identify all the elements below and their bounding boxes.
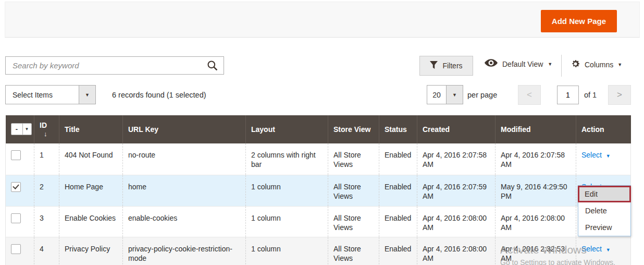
chevron-down-icon: ▼ [452, 92, 457, 98]
filters-button[interactable]: Filters [419, 56, 473, 76]
cell-modified: Apr 4, 2016 2:32:53 AM [496, 237, 576, 265]
cell-layout: 1 column [246, 237, 328, 265]
chevron-down-icon: ▼ [85, 92, 90, 98]
keyword-search [5, 56, 224, 75]
cell-modified: May 9, 2016 4:29:50 PM [496, 175, 576, 206]
page-header-bar: Add New Page [5, 2, 640, 38]
cell-status: Enabled [379, 175, 417, 206]
select-all-dropdown[interactable]: - ▼ [11, 123, 32, 135]
cell-created: Apr 4, 2016 2:07:58 AM [417, 143, 496, 175]
cell-modified: Apr 4, 2016 2:08:00 AM [496, 206, 576, 237]
cell-layout: 1 column [246, 175, 328, 206]
table-row: 1 404 Not Found no-route 2 columns with … [6, 143, 631, 175]
cell-layout: 2 columns with right bar [246, 143, 328, 175]
menu-item-preview[interactable]: Preview [578, 219, 630, 236]
sort-descending-icon: ↓ [44, 130, 47, 138]
cell-store-view: All Store Views [328, 143, 379, 175]
chevron-right-icon: > [617, 90, 622, 100]
menu-item-edit[interactable]: Edit [578, 186, 631, 202]
indeterminate-checkbox-icon: - [11, 124, 23, 135]
row-select-action[interactable]: Select ▼ [581, 245, 611, 253]
column-header-status[interactable]: Status [379, 115, 417, 143]
cell-url-key: privacy-policy-cookie-restriction-mode [123, 237, 246, 265]
current-page-input[interactable] [557, 86, 579, 104]
previous-page-button[interactable]: < [518, 85, 541, 105]
cell-created: Apr 4, 2016 2:08:00 AM [417, 206, 496, 237]
row-checkbox[interactable] [11, 150, 21, 160]
chevron-down-icon: ▼ [606, 153, 611, 159]
menu-item-delete[interactable]: Delete [578, 202, 630, 219]
cms-pages-grid-page: Add New Page Filters Default View ▼ [0, 0, 644, 265]
table-header-row: - ▼ ID ↓ Title URL Key Layout Store View… [6, 115, 631, 143]
table-row: 2 Home Page home 1 column All Store View… [6, 175, 631, 206]
column-header-url-key[interactable]: URL Key [123, 115, 246, 143]
cell-id: 1 [34, 143, 59, 175]
cell-status: Enabled [379, 237, 417, 265]
cms-pages-table: - ▼ ID ↓ Title URL Key Layout Store View… [5, 115, 630, 265]
per-page-arrow-button[interactable]: ▼ [446, 85, 463, 104]
cell-status: Enabled [379, 143, 417, 175]
cell-layout: 1 column [246, 206, 328, 237]
row-action-menu: Edit Delete Preview [578, 185, 631, 236]
cell-title: 404 Not Found [59, 143, 123, 175]
per-page-dropdown[interactable]: 20 ▼ [427, 85, 463, 104]
table-row: 4 Privacy Policy privacy-policy-cookie-r… [6, 237, 631, 265]
cell-modified: Apr 4, 2016 2:07:58 AM [496, 143, 576, 175]
row-checkbox[interactable] [11, 244, 21, 254]
cell-created: Apr 4, 2016 2:07:59 AM [417, 175, 496, 206]
mass-actions-label: Select Items [5, 85, 79, 104]
mass-actions-arrow-button[interactable]: ▼ [79, 85, 96, 104]
filters-label: Filters [442, 62, 462, 70]
row-select-action[interactable]: Select ▼ [581, 151, 611, 159]
cell-title: Privacy Policy [59, 237, 123, 265]
per-page-label: per page [467, 85, 497, 104]
cell-status: Enabled [379, 206, 417, 237]
next-page-button[interactable]: > [608, 85, 631, 105]
cell-created: Apr 4, 2016 2:08:00 AM [417, 237, 496, 265]
add-new-page-button[interactable]: Add New Page [541, 10, 617, 32]
column-header-title[interactable]: Title [59, 115, 123, 143]
column-header-store-view[interactable]: Store View [328, 115, 379, 143]
select-all-header: - ▼ [6, 115, 34, 143]
search-icon[interactable] [207, 60, 218, 73]
table-row: 3 Enable Cookies enable-cookies 1 column… [6, 206, 631, 237]
filter-funnel-icon [430, 61, 438, 70]
column-header-created[interactable]: Created [417, 115, 496, 143]
column-header-layout[interactable]: Layout [246, 115, 328, 143]
eye-icon [485, 59, 498, 69]
cell-title: Enable Cookies [59, 206, 123, 237]
cell-title: Home Page [59, 175, 123, 206]
chevron-down-icon: ▼ [617, 62, 622, 67]
row-checkbox[interactable] [11, 182, 21, 192]
column-header-modified[interactable]: Modified [496, 115, 576, 143]
toolbar-divider [561, 55, 562, 77]
chevron-down-icon: ▼ [548, 62, 552, 67]
records-summary: 6 records found (1 selected) [112, 85, 206, 104]
cell-url-key: no-route [123, 143, 246, 175]
mass-actions-dropdown[interactable]: Select Items ▼ [5, 85, 96, 104]
cell-store-view: All Store Views [328, 206, 379, 237]
columns-selector[interactable]: Columns ▼ [571, 59, 622, 70]
column-header-id[interactable]: ID ↓ [34, 115, 59, 143]
gear-icon [571, 59, 580, 70]
search-input[interactable] [5, 56, 224, 75]
per-page-value: 20 [427, 85, 446, 104]
chevron-left-icon: < [527, 90, 532, 100]
cell-id: 4 [34, 237, 59, 265]
total-pages-label: of 1 [584, 85, 597, 104]
chevron-down-icon: ▼ [23, 124, 31, 135]
chevron-down-icon: ▼ [606, 247, 611, 252]
view-selector[interactable]: Default View ▼ [485, 59, 552, 69]
cell-store-view: All Store Views [328, 237, 379, 265]
columns-selector-label: Columns [585, 61, 613, 69]
view-selector-label: Default View [502, 60, 543, 68]
cell-url-key: home [123, 175, 246, 206]
row-checkbox[interactable] [11, 213, 21, 223]
cell-id: 2 [34, 175, 59, 206]
cell-store-view: All Store Views [328, 175, 379, 206]
cell-id: 3 [34, 206, 59, 237]
column-header-action: Action [576, 115, 631, 143]
cell-url-key: enable-cookies [123, 206, 246, 237]
